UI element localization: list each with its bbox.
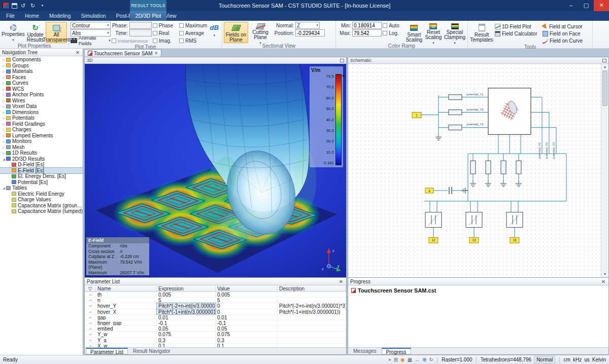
- tab-progress[interactable]: Progress: [382, 348, 411, 354]
- rms-checkbox[interactable]: [179, 39, 184, 43]
- parameter-expression[interactable]: 5: [157, 298, 216, 303]
- tree-expander[interactable]: ▷: [2, 104, 6, 108]
- pan-icon[interactable]: ↔: [415, 357, 420, 362]
- maximum-checkbox[interactable]: [179, 23, 184, 28]
- auto-checkbox[interactable]: [383, 23, 387, 28]
- tab-messages[interactable]: Messages: [349, 348, 381, 354]
- parameter-value[interactable]: 0.005: [216, 292, 278, 297]
- field-calculator-button[interactable]: Field Calculator: [495, 30, 542, 37]
- tree-item[interactable]: ▷ Monitors: [0, 138, 83, 144]
- tree-item[interactable]: ▷ Anchor Points: [0, 92, 83, 98]
- unit-length[interactable]: cm: [564, 357, 570, 362]
- min-input[interactable]: [352, 22, 382, 29]
- tree-expander[interactable]: ▷: [2, 87, 6, 91]
- tree-expander[interactable]: ▷: [2, 111, 6, 114]
- parameter-name[interactable]: th: [96, 292, 157, 297]
- max-input[interactable]: [352, 29, 382, 37]
- parameter-value[interactable]: 0: [216, 309, 278, 314]
- imag-check-row[interactable]: Imag.: [153, 37, 178, 44]
- db-button[interactable]: dB ▾: [209, 22, 221, 43]
- parameter-name[interactable]: embed: [96, 326, 157, 331]
- tree-item[interactable]: ▷ Potentials: [0, 115, 83, 121]
- tree-expander[interactable]: ▷: [2, 145, 6, 149]
- tab-close-icon[interactable]: ✕: [154, 51, 158, 56]
- tab-file[interactable]: File: [1, 11, 20, 21]
- maximize-button[interactable]: ▢: [579, 0, 594, 11]
- tree-item[interactable]: ▷ 1D Results: [0, 150, 83, 156]
- tree-item[interactable]: ▷ WCS: [0, 86, 83, 92]
- tree-expander[interactable]: ▷: [2, 116, 6, 120]
- schematic-scrollbar[interactable]: ▲ ▼: [601, 64, 608, 277]
- tree-item[interactable]: Capacitance Matrix (lumped): [0, 208, 83, 214]
- parameter-description[interactable]: [278, 326, 346, 331]
- parameter-name[interactable]: gap: [96, 315, 157, 320]
- filter-icon[interactable]: ▽: [85, 285, 96, 292]
- time-input[interactable]: [129, 29, 152, 37]
- document-tab[interactable]: Touchscreen Sensor SAM ✕: [84, 49, 161, 57]
- parameter-value[interactable]: 0.3: [216, 338, 278, 343]
- tree-expander[interactable]: ▷: [2, 76, 6, 79]
- tab-parameter-list[interactable]: Parameter List: [86, 348, 128, 354]
- auto-check-row[interactable]: Auto: [383, 22, 404, 29]
- parameter-description[interactable]: [278, 298, 346, 303]
- tree-item[interactable]: ▷ Components: [0, 57, 83, 63]
- phase-checkbox2[interactable]: [153, 23, 157, 28]
- unit-temperature[interactable]: Kelvin: [592, 357, 606, 362]
- axes-lock-icon[interactable]: ◉: [400, 357, 405, 362]
- tab-modeling[interactable]: Modeling: [44, 11, 76, 21]
- tree-item[interactable]: ▷ Lumped Elements: [0, 133, 83, 139]
- 1d-field-plot-button[interactable]: 1D Field Plot: [495, 23, 542, 30]
- tree-item[interactable]: ◢ Tables: [0, 185, 83, 191]
- average-check-row[interactable]: Average: [179, 29, 208, 37]
- save-icon[interactable]: [12, 3, 17, 9]
- scrollbar-thumb[interactable]: [602, 70, 607, 106]
- reset-scaling-button[interactable]: Reset Scaling▾: [424, 22, 443, 43]
- parameter-value[interactable]: 0.01: [216, 315, 278, 320]
- animate-fields-button[interactable]: Animate Fields▾: [71, 37, 111, 44]
- tree-expander[interactable]: ▷: [2, 64, 6, 67]
- mesh-view-icon[interactable]: ▦: [408, 357, 412, 362]
- tree-expander[interactable]: ▷: [2, 99, 6, 102]
- smart-scaling-button[interactable]: Smart Scaling: [405, 22, 423, 43]
- tab-simulation[interactable]: Simulation: [76, 11, 111, 21]
- tree-item[interactable]: E-Field [Es]: [0, 168, 83, 174]
- parameter-expression[interactable]: 0.075: [157, 332, 216, 337]
- instantaneous-checkbox-row[interactable]: Instantaneous: [112, 37, 152, 44]
- tree-item[interactable]: ▷ Mesh: [0, 144, 83, 151]
- close-panel-icon[interactable]: ✕: [600, 279, 606, 284]
- tree-item[interactable]: Charge Values: [0, 197, 83, 203]
- parameter-row[interactable]: -= gap 0.01 0.01: [85, 315, 346, 320]
- parameter-row[interactable]: -= embed 0.05 0.05: [85, 326, 346, 332]
- tree-item[interactable]: ◢ 2D/3D Results: [0, 156, 83, 162]
- parameter-name[interactable]: hover_X: [96, 309, 157, 314]
- parameter-expression[interactable]: -0.1: [157, 320, 216, 325]
- parameter-value[interactable]: 0.075: [216, 332, 278, 337]
- parameter-row[interactable]: -= th 0.005 0.005: [85, 292, 346, 298]
- cutting-plane-button[interactable]: Cutting Plane▾: [249, 22, 272, 43]
- normal-select[interactable]: Z▾: [295, 22, 320, 29]
- parameter-name[interactable]: hover_Y: [96, 303, 157, 308]
- restore-window-icon[interactable]: [602, 59, 606, 62]
- tree-expander[interactable]: ▷: [2, 93, 6, 96]
- parameter-row[interactable]: -= finger_gap -0.1 -0.1: [85, 320, 346, 326]
- refresh-view-icon[interactable]: ↻: [429, 357, 433, 362]
- field-on-curve-button[interactable]: Field on Curve: [543, 38, 589, 44]
- field-at-cursor-button[interactable]: Field at Cursor: [543, 23, 589, 30]
- close-panel-icon[interactable]: ✕: [338, 279, 344, 284]
- parameter-name[interactable]: Y_a: [96, 338, 157, 343]
- tab-result-navigator[interactable]: Result Navigator: [129, 348, 175, 354]
- imag-checkbox[interactable]: [153, 39, 157, 43]
- schematic-canvas[interactable]: potential_Y1 potential_Y2 potential_Y3 p…: [348, 64, 601, 277]
- parameter-name[interactable]: finger_gap: [96, 320, 157, 325]
- col-value[interactable]: Value: [216, 285, 278, 292]
- parameter-row[interactable]: -= Y_w 0.075 0.075: [85, 332, 346, 337]
- status-mode[interactable]: Normal: [534, 356, 555, 363]
- parameter-row[interactable]: -= Y_a 0.3 0.3: [85, 338, 346, 343]
- tree-expander[interactable]: ▷: [2, 151, 6, 155]
- scroll-up-icon[interactable]: ▲: [601, 64, 608, 70]
- parameter-expression[interactable]: 0.01: [157, 315, 216, 320]
- log-check-row[interactable]: Log.: [383, 29, 404, 37]
- tree-expander[interactable]: ▷: [2, 139, 6, 143]
- minimize-button[interactable]: –: [563, 0, 579, 11]
- result-templates-button[interactable]: Result Templates: [469, 22, 494, 43]
